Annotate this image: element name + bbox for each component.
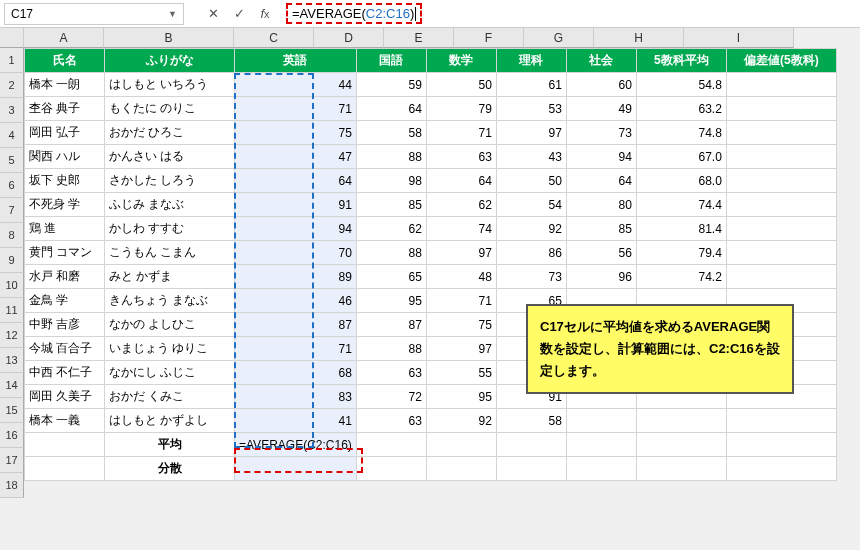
name-cell[interactable]: 岡田 弘子 [25,121,105,145]
name-cell[interactable]: 関西 ハル [25,145,105,169]
avg-cell[interactable]: 67.0 [636,145,726,169]
row-header-2[interactable]: 2 [0,73,24,98]
score-science[interactable]: 50 [496,169,566,193]
cell[interactable] [496,433,566,457]
score-social[interactable]: 56 [566,241,636,265]
score-english[interactable]: 91 [235,193,357,217]
column-header-H[interactable]: H [594,28,684,48]
formula-cell-c17[interactable]: =AVERAGE(C2:C16) [235,433,357,457]
formula-input[interactable]: =AVERAGE(C2:C16) [280,3,856,25]
score-math[interactable]: 92 [426,409,496,433]
score-science[interactable]: 97 [496,121,566,145]
score-social[interactable]: 85 [566,217,636,241]
column-header-B[interactable]: B [104,28,234,48]
score-social[interactable]: 60 [566,73,636,97]
score-math[interactable]: 71 [426,121,496,145]
score-english[interactable]: 46 [235,289,357,313]
name-cell[interactable]: 坂下 史郎 [25,169,105,193]
kana-cell[interactable]: なかの よしひこ [105,313,235,337]
score-english[interactable]: 71 [235,97,357,121]
header-cell[interactable]: 偏差値(5教科) [726,49,836,73]
row-header-1[interactable]: 1 [0,48,24,73]
chevron-down-icon[interactable]: ▼ [168,9,177,19]
row-header-9[interactable]: 9 [0,248,24,273]
kana-cell[interactable]: はしもと かずよし [105,409,235,433]
score-japanese[interactable]: 62 [356,217,426,241]
column-header-I[interactable]: I [684,28,794,48]
score-japanese[interactable]: 98 [356,169,426,193]
cell[interactable] [726,457,836,481]
row-header-4[interactable]: 4 [0,123,24,148]
score-english[interactable]: 41 [235,409,357,433]
cell[interactable] [426,457,496,481]
score-math[interactable]: 55 [426,361,496,385]
avg-cell[interactable] [636,409,726,433]
score-japanese[interactable]: 88 [356,337,426,361]
kana-cell[interactable]: はしもと いちろう [105,73,235,97]
header-cell[interactable]: 数学 [426,49,496,73]
kana-cell[interactable]: かしわ すすむ [105,217,235,241]
row-header-11[interactable]: 11 [0,298,24,323]
dev-cell[interactable] [726,193,836,217]
score-science[interactable]: 43 [496,145,566,169]
name-cell[interactable]: 岡田 久美子 [25,385,105,409]
dev-cell[interactable] [726,97,836,121]
dev-cell[interactable] [726,409,836,433]
score-english[interactable]: 64 [235,169,357,193]
dev-cell[interactable] [726,73,836,97]
kana-cell[interactable]: おかだ ひろこ [105,121,235,145]
summary-label-var[interactable]: 分散 [105,457,235,481]
score-japanese[interactable]: 65 [356,265,426,289]
column-header-G[interactable]: G [524,28,594,48]
score-japanese[interactable]: 64 [356,97,426,121]
name-cell[interactable]: 水戸 和磨 [25,265,105,289]
name-box[interactable]: C17 ▼ [4,3,184,25]
score-japanese[interactable]: 58 [356,121,426,145]
avg-cell[interactable]: 68.0 [636,169,726,193]
header-cell[interactable]: 理科 [496,49,566,73]
name-cell[interactable]: 中野 吉彦 [25,313,105,337]
score-social[interactable]: 64 [566,169,636,193]
score-science[interactable]: 86 [496,241,566,265]
header-cell[interactable]: 氏名 [25,49,105,73]
avg-cell[interactable]: 74.2 [636,265,726,289]
header-cell[interactable]: 国語 [356,49,426,73]
score-math[interactable]: 97 [426,241,496,265]
header-cell[interactable]: 社会 [566,49,636,73]
name-cell[interactable]: 橋本 一朗 [25,73,105,97]
column-header-F[interactable]: F [454,28,524,48]
score-social[interactable]: 80 [566,193,636,217]
row-header-3[interactable]: 3 [0,98,24,123]
summary-label-avg[interactable]: 平均 [105,433,235,457]
cell[interactable] [356,457,426,481]
score-science[interactable]: 92 [496,217,566,241]
kana-cell[interactable]: みと かずま [105,265,235,289]
score-math[interactable]: 79 [426,97,496,121]
score-science[interactable]: 73 [496,265,566,289]
score-math[interactable]: 50 [426,73,496,97]
cell[interactable] [356,433,426,457]
row-header-5[interactable]: 5 [0,148,24,173]
fx-icon[interactable]: fx [254,3,276,25]
avg-cell[interactable]: 54.8 [636,73,726,97]
header-cell[interactable]: ふりがな [105,49,235,73]
name-cell[interactable]: 杢谷 典子 [25,97,105,121]
score-japanese[interactable]: 59 [356,73,426,97]
dev-cell[interactable] [726,169,836,193]
kana-cell[interactable]: ふじみ まなぶ [105,193,235,217]
score-science[interactable]: 54 [496,193,566,217]
column-header-C[interactable]: C [234,28,314,48]
name-cell[interactable]: 黄門 コマン [25,241,105,265]
avg-cell[interactable]: 74.4 [636,193,726,217]
score-english[interactable]: 47 [235,145,357,169]
cell[interactable] [566,433,636,457]
score-japanese[interactable]: 87 [356,313,426,337]
score-math[interactable]: 48 [426,265,496,289]
name-cell[interactable]: 橋本 一義 [25,409,105,433]
select-all-corner[interactable] [0,28,24,48]
score-science[interactable]: 53 [496,97,566,121]
score-social[interactable]: 94 [566,145,636,169]
avg-cell[interactable]: 79.4 [636,241,726,265]
kana-cell[interactable]: さかした しろう [105,169,235,193]
avg-cell[interactable]: 74.8 [636,121,726,145]
